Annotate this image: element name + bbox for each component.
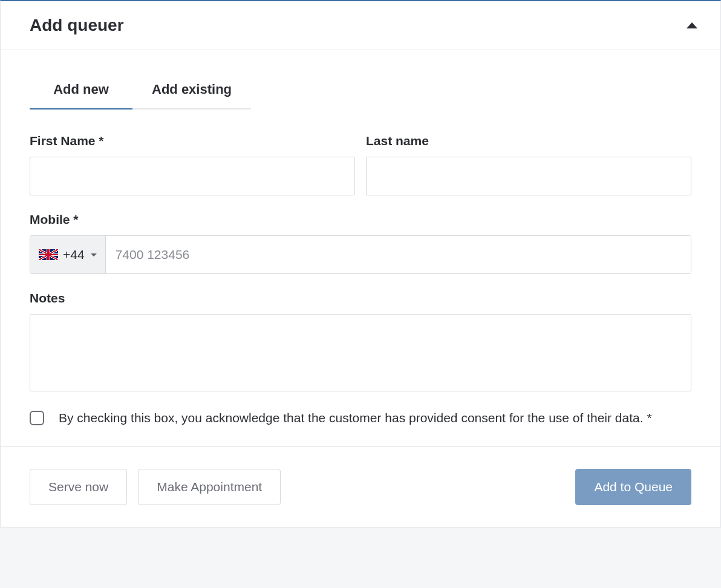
last-name-label: Last name (366, 134, 691, 148)
notes-col: Notes (30, 291, 691, 391)
last-name-col: Last name (366, 134, 691, 195)
consent-row: By checking this box, you acknowledge th… (30, 408, 691, 428)
last-name-input[interactable] (366, 157, 691, 195)
uk-flag-icon (39, 249, 58, 260)
add-to-queue-button[interactable]: Add to Queue (575, 469, 691, 505)
tab-add-existing[interactable]: Add existing (132, 74, 251, 109)
first-name-col: First Name * (30, 134, 355, 195)
dial-code: +44 (63, 247, 85, 262)
serve-now-button[interactable]: Serve now (30, 469, 127, 505)
panel-header: Add queuer (1, 1, 720, 50)
mobile-row: Mobile * +44 (30, 212, 691, 274)
tab-add-new[interactable]: Add new (30, 74, 132, 109)
country-code-selector[interactable]: +44 (30, 236, 106, 273)
tabs: Add new Add existing (30, 74, 691, 109)
footer-left: Serve now Make Appointment (30, 469, 281, 505)
chevron-down-icon (91, 253, 97, 256)
mobile-label: Mobile * (30, 212, 691, 227)
first-name-label: First Name * (30, 134, 355, 148)
first-name-input[interactable] (30, 157, 355, 195)
consent-text: By checking this box, you acknowledge th… (59, 408, 652, 428)
notes-input[interactable] (30, 314, 691, 391)
panel-body: Add new Add existing First Name * Last n… (1, 50, 720, 446)
name-row: First Name * Last name (30, 134, 691, 195)
make-appointment-button[interactable]: Make Appointment (138, 469, 281, 505)
mobile-col: Mobile * +44 (30, 212, 691, 274)
mobile-input-wrap: +44 (30, 235, 691, 274)
notes-label: Notes (30, 291, 691, 305)
notes-row: Notes (30, 291, 691, 391)
panel-title: Add queuer (30, 16, 124, 35)
chevron-up-icon[interactable] (687, 22, 697, 28)
consent-checkbox[interactable] (30, 411, 44, 425)
panel-footer: Serve now Make Appointment Add to Queue (1, 446, 720, 527)
add-queuer-panel: Add queuer Add new Add existing First Na… (0, 0, 721, 528)
mobile-input[interactable] (106, 236, 691, 273)
